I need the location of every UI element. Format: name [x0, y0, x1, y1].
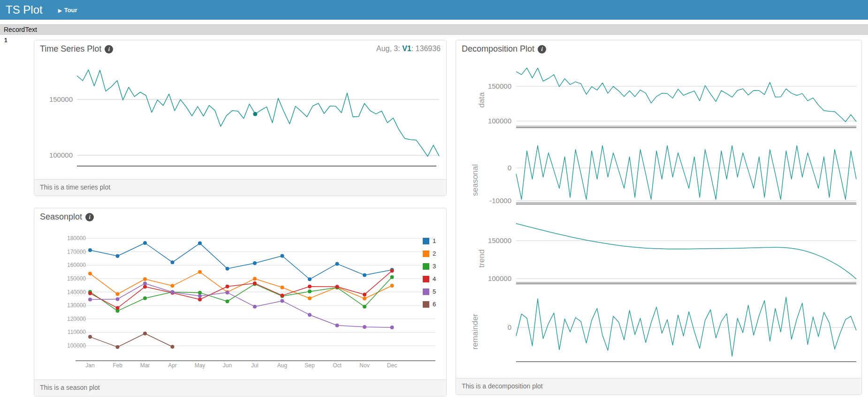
svg-text:100000: 100000 — [488, 274, 511, 282]
svg-text:100000: 100000 — [488, 117, 511, 125]
record-text-label: RecordText — [4, 26, 37, 33]
seasonplot-legend: 123456 — [423, 235, 436, 311]
play-icon: ▶ — [58, 8, 62, 13]
hover-series-name: V1 — [402, 45, 411, 53]
legend-swatch — [423, 263, 429, 270]
decomposition-panel: Decomposition Ploti 150000100000data0-10… — [456, 40, 862, 395]
legend-swatch — [423, 276, 429, 282]
legend-item-5: 5 — [423, 285, 436, 298]
svg-text:Aug: Aug — [277, 362, 287, 369]
seasonplot-title: Seasonplot — [40, 212, 82, 221]
info-icon[interactable]: i — [85, 213, 94, 221]
legend-label: 5 — [433, 288, 436, 295]
tour-button-label: Tour — [64, 7, 77, 14]
time-series-panel-title: Time Series Plot — [40, 44, 101, 53]
svg-text:data: data — [477, 92, 486, 108]
legend-item-1: 1 — [423, 235, 436, 247]
svg-text:100000: 100000 — [67, 342, 86, 349]
app-header: TS Plot ▶Tour — [0, 0, 868, 20]
svg-text:Oct: Oct — [333, 362, 342, 369]
record-text-header: RecordText — [0, 24, 868, 35]
svg-text:180000: 180000 — [67, 235, 86, 242]
hover-date: Aug, 3: — [376, 45, 402, 53]
time-series-svg: 150000100000 — [34, 57, 446, 179]
seasonplot-svg: 1800001700001600001500001400001300001200… — [34, 227, 446, 381]
svg-text:140000: 140000 — [67, 289, 86, 296]
decomposition-chart[interactable]: 150000100000data0-10000seasonal150000100… — [456, 57, 861, 377]
info-icon[interactable]: i — [538, 45, 546, 53]
legend-item-6: 6 — [423, 298, 436, 311]
svg-text:Jun: Jun — [223, 362, 232, 369]
svg-text:May: May — [195, 362, 206, 369]
legend-label: 6 — [433, 301, 436, 308]
seasonplot-title-row: Seasonploti — [34, 208, 446, 225]
legend-swatch — [423, 238, 429, 244]
decomposition-title-row: Decomposition Ploti — [456, 40, 861, 57]
legend-label: 2 — [433, 250, 436, 257]
legend-label: 4 — [433, 275, 436, 282]
record-row-index[interactable]: 1 — [4, 37, 8, 44]
time-series-chart[interactable]: 150000100000 — [34, 57, 446, 179]
time-series-footer: This is a time series plot — [34, 179, 446, 196]
svg-text:150000: 150000 — [488, 236, 511, 244]
app-root: TS Plot ▶Tour RecordText 1 Time Series P… — [0, 0, 868, 402]
svg-text:110000: 110000 — [68, 329, 86, 335]
legend-label: 1 — [433, 237, 436, 244]
svg-text:-10000: -10000 — [489, 197, 511, 205]
svg-text:160000: 160000 — [67, 262, 86, 268]
svg-text:170000: 170000 — [67, 249, 86, 255]
seasonplot-panel: Seasonploti 1800001700001600001500001400… — [34, 208, 447, 396]
time-series-panel-title-row: Time Series Ploti Aug, 3: V1: 136936 — [34, 40, 446, 57]
svg-text:150000: 150000 — [49, 95, 73, 103]
svg-text:Sep: Sep — [305, 362, 315, 369]
legend-item-2: 2 — [423, 247, 436, 260]
hover-readout: Aug, 3: V1: 136936 — [376, 40, 441, 57]
svg-text:120000: 120000 — [67, 316, 86, 322]
svg-text:Apr: Apr — [168, 362, 177, 369]
decomposition-footer: This is a decomposition plot — [456, 378, 861, 394]
seasonplot-footer: This is a season plot — [34, 379, 446, 396]
svg-text:remainder: remainder — [471, 313, 480, 349]
decomposition-title: Decomposition Plot — [462, 44, 534, 53]
svg-text:trend: trend — [477, 250, 486, 268]
svg-text:0: 0 — [508, 164, 511, 172]
svg-text:0: 0 — [508, 323, 511, 331]
legend-item-4: 4 — [423, 273, 436, 285]
legend-swatch — [423, 288, 429, 295]
svg-text:Jul: Jul — [251, 362, 258, 369]
svg-text:100000: 100000 — [49, 151, 73, 159]
svg-text:150000: 150000 — [67, 275, 86, 282]
legend-label: 3 — [433, 263, 436, 270]
svg-text:150000: 150000 — [488, 82, 511, 90]
svg-text:130000: 130000 — [67, 302, 86, 309]
legend-item-3: 3 — [423, 260, 436, 273]
tour-button[interactable]: ▶Tour — [55, 0, 80, 20]
svg-text:seasonal: seasonal — [471, 164, 480, 196]
legend-swatch — [423, 301, 429, 308]
svg-text:Feb: Feb — [113, 362, 122, 369]
hover-value: : 136936 — [411, 45, 441, 53]
svg-text:Nov: Nov — [359, 362, 369, 369]
svg-text:Jan: Jan — [85, 362, 94, 369]
svg-text:Dec: Dec — [387, 362, 397, 369]
svg-text:Mar: Mar — [140, 362, 150, 369]
info-icon[interactable]: i — [105, 45, 113, 53]
time-series-panel: Time Series Ploti Aug, 3: V1: 136936 150… — [34, 40, 447, 196]
app-title: TS Plot — [6, 0, 43, 20]
legend-swatch — [423, 250, 429, 257]
seasonplot-chart[interactable]: 1800001700001600001500001400001300001200… — [34, 227, 446, 381]
decomposition-svg: 150000100000data0-10000seasonal150000100… — [456, 57, 861, 377]
